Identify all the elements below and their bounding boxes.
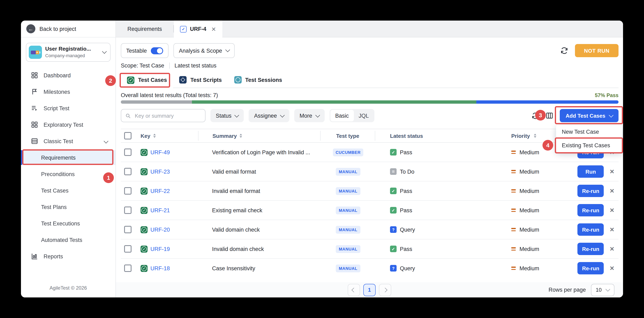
tab-requirements[interactable]: Requirements <box>116 21 174 37</box>
issue-key-link[interactable]: URF-21 <box>150 207 170 213</box>
sidebar-item-automated-tests[interactable]: Automated Tests <box>21 232 116 248</box>
sort-icon[interactable] <box>534 134 536 138</box>
rows-per-page-select[interactable]: 10 <box>591 284 614 296</box>
test-case-icon: ✓ <box>140 168 148 175</box>
toggle-on-icon[interactable] <box>151 47 163 54</box>
dashboard-icon <box>31 72 38 79</box>
sidebar-item-label: Preconditions <box>41 171 75 177</box>
sidebar-item-preconditions[interactable]: Preconditions <box>21 166 116 182</box>
tab-test-cases[interactable]: Test Cases <box>121 72 173 88</box>
status-label: Pass <box>400 207 412 213</box>
test-case-icon <box>127 76 134 84</box>
sidebar-item-script-test[interactable]: Script Test <box>21 100 116 116</box>
jql-mode-button[interactable]: JQL <box>354 113 374 119</box>
issue-key-link[interactable]: URF-22 <box>150 188 170 194</box>
run-button[interactable]: Re-run <box>578 243 604 255</box>
test-type-badge: MANUAL <box>336 187 360 195</box>
menu-item-new-test-case[interactable]: New Test Case <box>556 125 622 139</box>
assignee-filter-dropdown[interactable]: Assignee <box>249 109 289 122</box>
add-test-cases-button[interactable]: Add Test Cases <box>560 109 618 122</box>
issue-key-link[interactable]: URF-18 <box>150 265 170 271</box>
back-to-project[interactable]: ← Back to project <box>21 21 116 38</box>
issue-key-link[interactable]: URF-19 <box>150 246 170 252</box>
run-button[interactable]: Run <box>578 165 604 178</box>
menu-item-existing-test-cases[interactable]: Existing Test Cases <box>556 139 622 152</box>
row-checkbox[interactable] <box>124 206 132 214</box>
query-mode-switch: Basic JQL <box>330 109 374 122</box>
app-window: ← Back to project + User Registratio... … <box>21 21 623 297</box>
sidebar-item-requirements[interactable]: Requirements <box>21 150 116 165</box>
row-checkbox[interactable] <box>124 149 132 156</box>
previous-page-button[interactable] <box>348 284 360 296</box>
search-input[interactable] <box>134 112 201 119</box>
sidebar-item-label: Reports <box>44 253 63 259</box>
screen: ← Back to project + User Registratio... … <box>0 0 644 318</box>
select-all-checkbox[interactable] <box>124 132 132 139</box>
sidebar-item-reports[interactable]: Reports <box>21 248 116 264</box>
column-header-key[interactable]: Key <box>137 133 198 139</box>
refresh-button[interactable] <box>560 47 568 55</box>
project-selector[interactable]: + User Registratio... Company-managed <box>26 43 110 62</box>
remove-icon[interactable]: ✕ <box>610 188 614 194</box>
sidebar-item-classic-test[interactable]: Classic Test <box>21 133 116 149</box>
testable-toggle-button[interactable]: Testable <box>121 43 169 58</box>
next-page-button[interactable] <box>379 284 391 296</box>
search-field[interactable] <box>121 109 206 122</box>
pass-percentage: 57% Pass <box>595 92 618 98</box>
run-button[interactable]: Re-run <box>578 204 604 216</box>
test-type-badge: MANUAL <box>336 206 360 214</box>
tab-urf-4[interactable]: ✓ URF-4 ✕ <box>174 21 222 38</box>
sidebar-item-exploratory-test[interactable]: Exploratory Test <box>21 116 116 133</box>
sidebar-item-label: Dashboard <box>44 72 71 78</box>
remove-icon[interactable]: ✕ <box>610 265 614 271</box>
issue-key-link[interactable]: URF-20 <box>150 226 170 233</box>
chevron-left-icon <box>352 287 356 292</box>
row-checkbox[interactable] <box>124 245 132 253</box>
column-header-summary[interactable]: Summary <box>198 133 320 139</box>
row-checkbox[interactable] <box>124 168 132 175</box>
row-checkbox[interactable] <box>124 187 132 195</box>
basic-mode-button[interactable]: Basic <box>330 110 354 121</box>
row-checkbox[interactable] <box>124 264 132 272</box>
run-button[interactable]: Re-run <box>578 185 604 197</box>
sidebar-item-milestones[interactable]: Milestones <box>21 84 116 100</box>
more-filter-dropdown[interactable]: More <box>294 109 325 122</box>
run-button[interactable]: Re-run <box>578 223 604 236</box>
remove-icon[interactable]: ✕ <box>610 246 614 252</box>
remove-icon[interactable]: ✕ <box>610 168 614 175</box>
reload-table-button[interactable] <box>532 112 540 120</box>
issue-key-link[interactable]: URF-49 <box>150 149 170 155</box>
columns-settings-button[interactable] <box>546 112 554 120</box>
remove-icon[interactable]: ✕ <box>610 226 614 233</box>
issue-key-link[interactable]: URF-23 <box>150 168 170 175</box>
remove-icon[interactable]: ✕ <box>610 207 614 213</box>
sidebar-item-dashboard[interactable]: Dashboard <box>21 67 116 84</box>
row-checkbox[interactable] <box>124 226 132 233</box>
status-label: Pass <box>400 149 412 155</box>
chevron-down-icon <box>102 49 107 54</box>
priority-medium-icon <box>511 170 516 173</box>
tab-bar: Requirements ✓ URF-4 ✕ <box>116 21 623 38</box>
progress-segment-query <box>476 100 618 104</box>
sort-icon[interactable] <box>240 134 242 138</box>
status-filter-dropdown[interactable]: Status <box>210 109 244 122</box>
sidebar-item-test-plans[interactable]: Test Plans <box>21 199 116 215</box>
status-icon <box>390 149 396 156</box>
page-1-button[interactable]: 1 <box>363 284 376 296</box>
table-row: ✓ URF-49 Verification of Login Page with… <box>121 143 618 162</box>
sidebar-item-test-cases[interactable]: Test Cases <box>21 182 116 199</box>
add-test-cases-menu: New Test Case Existing Test Cases <box>556 125 622 152</box>
sidebar-item-test-executions[interactable]: Test Executions <box>21 215 116 232</box>
run-button[interactable]: Re-run <box>578 262 604 274</box>
sidebar: ← Back to project + User Registratio... … <box>21 21 116 297</box>
overall-status-badge[interactable]: NOT RUN <box>575 44 618 57</box>
bar-chart-icon <box>31 253 38 260</box>
tab-test-scripts[interactable]: Test Scripts <box>173 72 228 88</box>
priority-medium-icon <box>511 209 516 212</box>
progress-segment-todo <box>121 100 192 104</box>
sort-icon[interactable] <box>153 134 156 138</box>
tab-test-sessions[interactable]: Test Sessions <box>228 72 288 88</box>
analysis-scope-dropdown[interactable]: Analysis & Scope <box>174 43 235 58</box>
main-area: Requirements ✓ URF-4 ✕ Testable Analysis… <box>116 21 623 297</box>
close-icon[interactable]: ✕ <box>211 26 216 32</box>
